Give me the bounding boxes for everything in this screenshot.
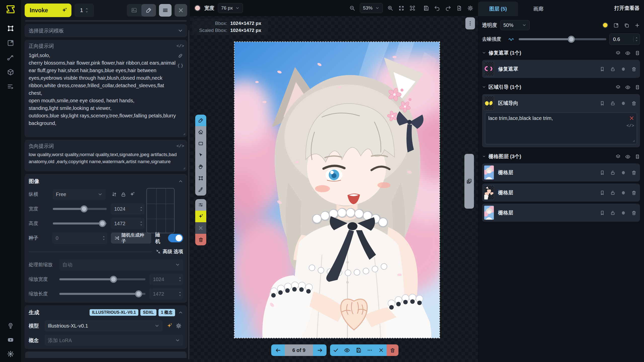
zoom-in-icon[interactable] (386, 4, 394, 12)
layer-color-swatch[interactable] (602, 22, 608, 28)
canvas-settings-icon[interactable] (466, 4, 474, 12)
scaled-height-value[interactable]: 1472 (149, 288, 183, 299)
undo-icon[interactable] (433, 4, 441, 12)
width-slider[interactable] (53, 205, 107, 213)
lock-icon[interactable] (610, 170, 615, 175)
lock-icon[interactable] (610, 66, 615, 72)
denoise-value[interactable]: 0.6 (609, 33, 640, 45)
zoom-out-icon[interactable] (349, 4, 356, 12)
model-sparkle-icon[interactable] (165, 321, 174, 330)
rect-tool[interactable] (195, 138, 206, 149)
model-settings-icon[interactable] (174, 321, 183, 330)
lora-select[interactable]: 添加 LoRA (45, 335, 183, 346)
discard-all-button[interactable] (387, 344, 398, 356)
new-session-icon[interactable] (455, 4, 463, 12)
region-prompt-input[interactable]: lace trim,lace,black lace trim, </> (485, 113, 637, 144)
region-layer-row[interactable]: 区域导向 (482, 94, 640, 112)
randomize-seed-button[interactable]: 随机生成种子 (111, 233, 151, 244)
resize-handle[interactable] (181, 130, 186, 136)
collapse-icon[interactable] (178, 179, 183, 184)
denoise-slider[interactable] (519, 35, 606, 43)
discard-image-button[interactable] (375, 344, 387, 356)
bookmark-icon[interactable] (600, 190, 605, 196)
lock-icon[interactable] (610, 210, 615, 216)
more-options-button[interactable] (364, 344, 375, 356)
group-visibility-icon[interactable] (625, 153, 630, 159)
advanced-options-label[interactable]: 高级 选项 (163, 248, 183, 255)
open-viewer-button[interactable]: 打开查看器 (614, 5, 639, 12)
move-tool[interactable] (195, 149, 206, 161)
pan-tool[interactable] (195, 161, 206, 172)
scaled-width-slider[interactable] (59, 276, 145, 283)
fit-bbox-icon[interactable] (409, 4, 416, 12)
fit-to-canvas-icon[interactable] (397, 4, 405, 12)
sidebar-item-canvas[interactable] (7, 25, 14, 32)
model-select[interactable]: Illustrious-XL-v0.1 (45, 320, 163, 331)
lock-aspect-icon[interactable] (119, 190, 128, 199)
bookmark-icon[interactable] (600, 66, 605, 72)
generated-image[interactable] (234, 41, 440, 338)
brush-tool[interactable] (195, 115, 206, 126)
seed-input[interactable]: 0 (52, 232, 107, 244)
braces-icon[interactable]: { } (177, 62, 183, 68)
invoke-button[interactable]: Invoke (25, 4, 71, 17)
group-crop-icon[interactable] (635, 84, 640, 90)
code-view-icon[interactable]: </> (176, 43, 184, 49)
tab-gallery[interactable]: 画廊 (518, 2, 558, 16)
sidebar-item-queue[interactable] (7, 83, 14, 90)
collapse-advanced-icon[interactable] (156, 249, 161, 254)
close-button[interactable] (175, 4, 187, 17)
delete-layer-icon[interactable] (631, 170, 636, 175)
positive-prompt-input[interactable]: 1girl,solo, cherry blossoms,hair flower,… (29, 52, 179, 127)
delete-layer-icon[interactable] (631, 66, 636, 72)
code-view-icon[interactable]: </> (176, 143, 184, 149)
raster-group-header[interactable]: 栅格图层 (3个) (482, 151, 640, 161)
raster-layer-row[interactable]: 栅格层 (482, 163, 640, 182)
menu-button[interactable] (159, 4, 172, 17)
settings-icon[interactable] (7, 350, 14, 357)
sidebar-item-viewer[interactable] (7, 39, 14, 47)
fit-layer-icon[interactable] (613, 22, 619, 28)
optimize-size-icon[interactable] (128, 190, 137, 199)
visibility-dot-icon[interactable] (621, 66, 626, 72)
sidebar-item-workflows[interactable] (7, 54, 14, 61)
scaled-width-value[interactable]: 1024 (149, 274, 183, 285)
bbox-tool[interactable] (195, 172, 206, 184)
random-seed-toggle[interactable] (168, 234, 183, 242)
cancel-button[interactable] (195, 222, 206, 234)
visibility-dot-icon[interactable] (621, 170, 626, 175)
tab-layers[interactable]: 图层 (5) (478, 2, 518, 16)
color-picker-tool[interactable] (195, 184, 206, 196)
canvas-menu-button[interactable] (465, 17, 475, 29)
code-view-icon[interactable]: </> (626, 123, 634, 128)
scale-before-select[interactable]: 自动 (59, 259, 183, 270)
next-image-button[interactable] (313, 344, 327, 356)
prev-image-button[interactable] (271, 344, 285, 356)
accept-image-button[interactable] (330, 344, 341, 356)
bookmark-icon[interactable] (600, 100, 605, 106)
save-canvas-icon[interactable] (422, 4, 430, 12)
lock-icon[interactable] (610, 190, 615, 196)
prompt-template-selector[interactable]: 选择提示词模板 (25, 24, 187, 37)
youtube-icon[interactable] (7, 336, 14, 343)
canvas-area[interactable]: 宽度 76 px 53% Bbox: 1024×1472 px Scaled (190, 0, 478, 362)
merge-layers-icon[interactable] (616, 50, 621, 56)
group-crop-icon[interactable] (635, 50, 640, 56)
merge-layers-icon[interactable] (616, 153, 621, 159)
sidebar-item-models[interactable] (7, 68, 14, 76)
bookmark-icon[interactable] (600, 170, 605, 175)
brush-color-swatch[interactable] (194, 5, 201, 11)
gallery-panel-handle[interactable] (464, 154, 474, 209)
redo-icon[interactable] (444, 4, 452, 12)
preview-toggle-button[interactable] (341, 344, 353, 356)
visibility-dot-icon[interactable] (621, 100, 626, 106)
lock-icon[interactable] (610, 100, 615, 106)
delete-layer-icon[interactable] (631, 100, 636, 106)
resize-handle[interactable] (631, 137, 635, 143)
eraser-tool[interactable] (195, 126, 206, 138)
invoke-region-button[interactable] (195, 211, 206, 222)
brush-mode-button[interactable] (141, 4, 156, 17)
inpaint-mask-group-header[interactable]: 修复遮罩 (1个) (482, 48, 640, 58)
remove-prompt-icon[interactable] (629, 115, 634, 121)
scaled-height-slider[interactable] (59, 290, 145, 298)
